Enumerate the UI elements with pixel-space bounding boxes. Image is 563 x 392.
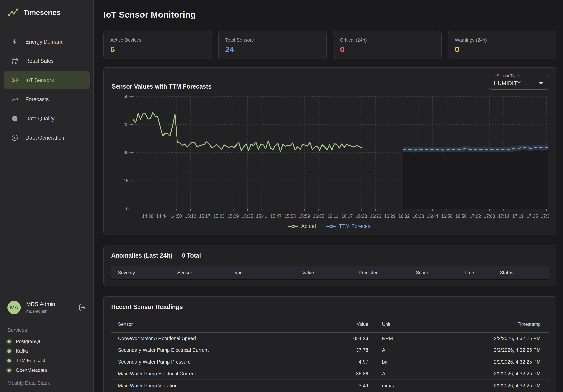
cell-value: 3.49 [335, 383, 368, 389]
main-content: IoT Sensor Monitoring Active Devices 6 T… [94, 0, 563, 392]
trending-up-icon [11, 96, 18, 103]
cell-unit: RPM [368, 336, 415, 341]
sidebar-item-energy-demand[interactable]: Energy Demand [4, 33, 90, 51]
play-circle-icon [11, 134, 18, 141]
service-item-openmetadata: OpenMetadata [7, 367, 86, 373]
svg-text:15:53: 15:53 [284, 214, 296, 219]
anomalies-card: Anomalies (Last 24h) — 0 Total Severity … [103, 245, 556, 286]
sidebar-item-data-generation[interactable]: Data Generation [4, 129, 90, 147]
service-item-ttm-forecast: TTM Forecast [7, 358, 86, 363]
service-label: Kafka [16, 348, 28, 354]
column-header: Value [302, 270, 359, 275]
svg-text:16:26: 16:26 [370, 214, 381, 219]
sidebar-item-retail-sales[interactable]: Retail Sales [4, 52, 90, 70]
svg-text:15: 15 [123, 178, 128, 183]
status-dot-green [7, 340, 11, 343]
sensor-type-select[interactable]: Sensor Type HUMIDITY [489, 74, 548, 90]
svg-text:16:44: 16:44 [427, 214, 438, 219]
sidebar-nav: Energy Demand Retail Sales [0, 26, 93, 148]
service-label: OpenMetadata [16, 367, 47, 373]
svg-text:45: 45 [123, 122, 128, 127]
user-info: MDS Admin mds-admin [26, 301, 55, 314]
timeseries-logo-icon [7, 7, 19, 18]
select-inner: HUMIDITY [494, 78, 543, 88]
user-section: MA MDS Admin mds-admin [0, 294, 93, 321]
cell-timestamp: 2/2/2026, 4:32:25 PM [415, 347, 549, 353]
sidebar-item-data-quality[interactable]: Data Quality [4, 110, 90, 127]
sensor-chart: 01530456014:3814:4414:5015:1215:1715:231… [112, 94, 548, 220]
avatar: MA [7, 301, 21, 314]
sidebar-spacer [0, 148, 93, 294]
app-root: Timeseries Energy Demand Retail Sales [0, 0, 563, 392]
anomalies-title: Anomalies (Last 24h) — 0 Total [111, 252, 549, 259]
stat-card-active-devices: Active Devices 6 [103, 31, 212, 59]
stat-label: Critical (24h) [340, 37, 435, 43]
column-header: Timestamp [415, 321, 549, 327]
status-dot-green [7, 369, 11, 372]
stat-label: Warnings (24h) [455, 37, 549, 43]
legend-label: Actual [301, 223, 316, 229]
legend-item-actual[interactable]: Actual [288, 223, 316, 229]
column-header: Sensor [118, 321, 335, 327]
stat-label: Active Devices [111, 37, 205, 43]
stat-cards: Active Devices 6 Total Sensors 24 Critic… [103, 31, 556, 59]
svg-text:15:12: 15:12 [185, 214, 196, 219]
svg-text:17:14: 17:14 [498, 214, 510, 219]
cell-unit: bar [368, 359, 415, 365]
sidebar-footer: Meshly Data Stack [7, 380, 86, 392]
column-header: Sensor [177, 270, 232, 275]
legend-label: TTM Forecast [339, 223, 372, 229]
badge-check-icon [11, 115, 18, 122]
svg-text:16:38: 16:38 [413, 214, 424, 219]
sidebar-item-iot-sensors[interactable]: IoT Sensors [4, 71, 90, 89]
logout-icon[interactable] [78, 304, 86, 311]
svg-text:15:35: 15:35 [242, 214, 253, 219]
svg-text:16:23: 16:23 [356, 214, 367, 219]
column-header: Value [335, 321, 368, 327]
store-icon [11, 58, 18, 64]
zap-icon [11, 39, 18, 45]
column-header: Score [416, 270, 464, 275]
readings-title: Recent Sensor Readings [111, 303, 549, 311]
service-label: TTM Forecast [16, 358, 45, 363]
svg-text:30: 30 [123, 150, 128, 155]
sidebar-item-label: Data Generation [26, 135, 64, 141]
svg-text:16:32: 16:32 [398, 214, 410, 219]
cell-unit: mm/s [368, 383, 415, 389]
svg-text:17:25: 17:25 [526, 214, 538, 219]
cell-value: 36.86 [335, 371, 368, 377]
readings-table-header: Sensor Value Unit Timestamp [111, 316, 549, 333]
sidebar-item-label: IoT Sensors [26, 77, 54, 83]
legend-item-ttm-forecast[interactable]: TTM Forecast [326, 223, 372, 229]
readings-card: Recent Sensor Readings Sensor Value Unit… [103, 296, 556, 392]
stat-value: 24 [225, 45, 320, 54]
table-row: Secondary Water Pump Electrical Current … [111, 344, 549, 356]
user-username: mds-admin [26, 309, 55, 314]
svg-text:14:38: 14:38 [142, 214, 154, 219]
chevron-down-icon [539, 82, 543, 85]
svg-text:15:29: 15:29 [228, 214, 239, 219]
stat-value: 0 [340, 45, 435, 54]
service-label: PostgreSQL [16, 339, 41, 344]
table-row: Conveyor Motor A Rotational Speed 1054.2… [111, 333, 549, 344]
sidebar-header: Timeseries [0, 0, 93, 26]
page-title: IoT Sensor Monitoring [103, 10, 556, 20]
svg-text:15:17: 15:17 [199, 214, 210, 219]
cell-timestamp: 2/2/2026, 4:32:25 PM [415, 383, 549, 389]
service-item-kafka: Kafka [7, 348, 86, 354]
stat-label: Total Sensors [225, 37, 320, 43]
sidebar-item-forecasts[interactable]: Forecasts [4, 91, 90, 108]
cell-value: 37.78 [335, 347, 368, 353]
stat-card-total-sensors: Total Sensors 24 [218, 31, 327, 59]
cell-sensor: Conveyor Motor A Rotational Speed [118, 336, 335, 341]
table-row: Main Water Pump Vibration 3.49 mm/s 2/2/… [111, 380, 549, 392]
svg-text:14:44: 14:44 [156, 214, 168, 219]
cell-unit: A [368, 347, 415, 353]
stat-value: 6 [111, 45, 205, 54]
svg-text:16:56: 16:56 [455, 214, 467, 219]
svg-text:16:05: 16:05 [313, 214, 324, 219]
svg-text:16:29: 16:29 [384, 214, 396, 219]
select-value: HUMIDITY [494, 80, 521, 86]
column-header: Severity [118, 270, 177, 275]
cell-timestamp: 2/2/2026, 4:32:25 PM [415, 371, 549, 377]
